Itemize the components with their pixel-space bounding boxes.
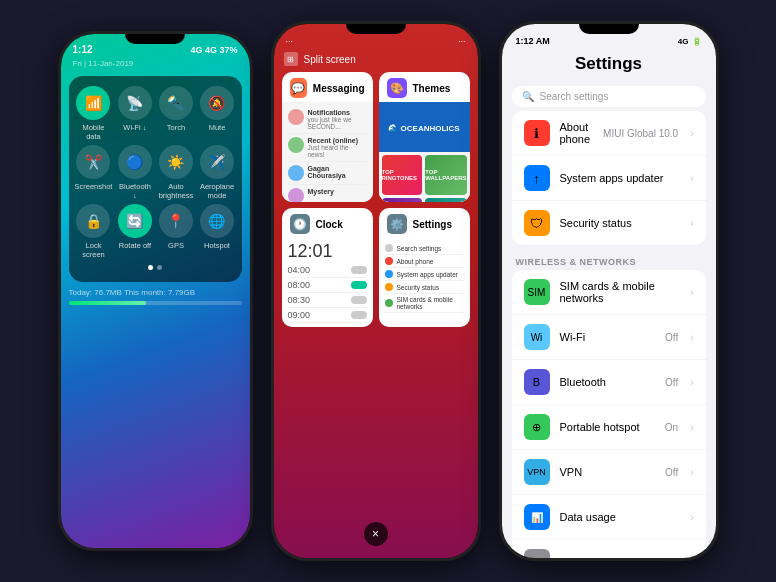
settings-item-data-usage[interactable]: 📊 Data usage ›: [512, 495, 706, 540]
tile-wifi[interactable]: 📡 Wi-Fi ↓: [116, 86, 153, 141]
chevron-wifi: ›: [690, 332, 693, 343]
phone-2: ··· ··· ⊞ Split screen 💬 Messaging: [271, 21, 481, 561]
settings-card-header: ⚙️ Settings: [379, 208, 470, 238]
chevron-about: ›: [690, 128, 693, 139]
theme-fonts: TOP FONTS: [382, 198, 423, 202]
msg-name-1: Notifications: [308, 109, 367, 116]
settings-item-security-status[interactable]: 🛡 Security status ›: [512, 201, 706, 245]
sim-icon: SIM: [524, 279, 550, 305]
aeroplane-label: Aeroplane mode: [198, 182, 235, 200]
sys-apps-icon: ↑: [524, 165, 550, 191]
settings-item-label-security: Security status: [397, 284, 440, 291]
search-icon: 🔍: [522, 91, 534, 102]
tile-bluetooth[interactable]: 🔵 Bluetooth ↓: [116, 145, 153, 200]
hotspot-settings-icon: ⊕: [524, 414, 550, 440]
settings-item-wifi[interactable]: Wi Wi-Fi Off ›: [512, 315, 706, 360]
tile-aeroplane[interactable]: ✈️ Aeroplane mode: [198, 145, 235, 200]
lockscreen-label: Lock screen: [75, 241, 113, 259]
sys-apps-label: System apps updater: [560, 172, 679, 184]
themes-card-header: 🎨 Themes: [379, 72, 470, 102]
clock-card-header: 🕐 Clock: [282, 208, 373, 238]
tile-mobile-data[interactable]: 📶 Mobile data: [75, 86, 113, 141]
alarm-time-3: 08:30: [288, 295, 311, 305]
settings-item-more[interactable]: ⋯ More ›: [512, 540, 706, 558]
rotate-label: Rotate off: [119, 241, 151, 250]
bluetooth-label: Bluetooth ↓: [116, 182, 153, 200]
wifi-label: Wi-Fi ↓: [123, 123, 146, 132]
msg-content-1: Notifications you just like we SECOND...: [308, 109, 367, 130]
phone1-usage-text: Today: 76.7MB This month: 7.79GB: [69, 288, 242, 297]
phone1-date: Fri | 11-Jan-2019: [61, 59, 250, 72]
close-split-button[interactable]: ×: [364, 522, 388, 546]
phone3-status-right: 4G 🔋: [678, 37, 702, 46]
settings-item-sys-apps[interactable]: ↑ System apps updater ›: [512, 156, 706, 201]
settings-item-vpn[interactable]: VPN VPN Off ›: [512, 450, 706, 495]
tile-brightness[interactable]: ☀️ Auto brightness: [157, 145, 194, 200]
settings-dot-about: [385, 257, 393, 265]
settings-item-portable-hotspot[interactable]: ⊕ Portable hotspot On ›: [512, 405, 706, 450]
msg-item-2: Recent (online) Just heard the news!: [288, 134, 367, 162]
messaging-card-header: 💬 Messaging: [282, 72, 373, 102]
settings-item-bluetooth[interactable]: B Bluetooth Off ›: [512, 360, 706, 405]
themes-card[interactable]: 🎨 Themes 🌊 OCEANHOLICS TOP RINGTONES TOP…: [379, 72, 470, 202]
messaging-card[interactable]: 💬 Messaging Notifications you just like …: [282, 72, 373, 202]
settings-item-security: Security status: [385, 281, 464, 294]
alarm-2: 08:00: [288, 278, 367, 293]
settings-item-about: About phone: [385, 255, 464, 268]
clock-card[interactable]: 🕐 Clock 12:01 04:00 08:00: [282, 208, 373, 327]
tile-screenshot[interactable]: ✂️ Screenshot: [75, 145, 113, 200]
phone2-top-row: 💬 Messaging Notifications you just like …: [282, 72, 470, 202]
messaging-app-icon: 💬: [290, 78, 307, 98]
phone2-top-cards: 💬 Messaging Notifications you just like …: [274, 72, 478, 327]
phone-3: 1:12 AM 4G 🔋 Settings 🔍 Search settings …: [499, 21, 719, 561]
phone1-screen: 1:12 4G 4G 37% Fri | 11-Jan-2019 📶 Mobil…: [61, 34, 250, 548]
phone2-screen: ··· ··· ⊞ Split screen 💬 Messaging: [274, 24, 478, 558]
phone1-status-right: 4G 4G 37%: [190, 45, 237, 55]
chevron-hotspot: ›: [690, 422, 693, 433]
tile-lockscreen[interactable]: 🔒 Lock screen: [75, 204, 113, 259]
settings-item-about-phone[interactable]: ℹ About phone MIUI Global 10.0 ›: [512, 111, 706, 156]
msg-item-1: Notifications you just like we SECOND...: [288, 106, 367, 134]
settings-item-label-about: About phone: [397, 258, 434, 265]
search-placeholder: Search settings: [540, 91, 609, 102]
alarm-toggle-2: [351, 281, 367, 289]
security-label: Security status: [560, 217, 679, 229]
settings-item-sysapps: System apps updater: [385, 268, 464, 281]
sim-label: SIM cards & mobile networks: [560, 280, 679, 304]
phone1-quick-tiles: 📶 Mobile data 📡 Wi-Fi ↓ 🔦 Torch 🔕 Mute: [75, 86, 236, 259]
split-screen-icon: ⊞: [284, 52, 298, 66]
msg-name-2: Recent (online): [308, 137, 367, 144]
tile-rotate[interactable]: 🔄 Rotate off: [116, 204, 153, 259]
phone1-usage-fill: [69, 301, 147, 305]
themes-grid: TOP RINGTONES TOP WALLPAPERS TOP FONTS M…: [379, 152, 470, 202]
phone-1: 1:12 4G 4G 37% Fri | 11-Jan-2019 📶 Mobil…: [58, 31, 253, 551]
theme-extra: MORE: [425, 198, 466, 202]
clock-preview: 12:01 04:00 08:00 08:30: [282, 238, 373, 327]
settings-card[interactable]: ⚙️ Settings Search settings About phone: [379, 208, 470, 327]
bluetooth-settings-label: Bluetooth: [560, 376, 656, 388]
phone3-time: 1:12 AM: [516, 36, 550, 46]
msg-item-3: Gagan Chourasiya: [288, 162, 367, 185]
alarm-3: 08:30: [288, 293, 367, 308]
settings-search-bar[interactable]: 🔍 Search settings: [512, 86, 706, 107]
themes-label: Themes: [413, 83, 451, 94]
chevron-bluetooth: ›: [690, 377, 693, 388]
mute-label: Mute: [209, 123, 226, 132]
settings-item-sim-cards[interactable]: SIM SIM cards & mobile networks ›: [512, 270, 706, 315]
wifi-settings-icon: Wi: [524, 324, 550, 350]
settings-dot-sysapps: [385, 270, 393, 278]
battery-indicator: 🔋: [692, 37, 702, 46]
tile-torch[interactable]: 🔦 Torch: [157, 86, 194, 141]
hotspot-label: Hotspot: [204, 241, 230, 250]
alarm-time-2: 08:00: [288, 280, 311, 290]
phone2-notch: [346, 24, 406, 34]
tile-hotspot[interactable]: 🌐 Hotspot: [198, 204, 235, 259]
hotspot-settings-value: On: [665, 422, 678, 433]
tile-mute[interactable]: 🔕 Mute: [198, 86, 235, 141]
msg-content-3: Gagan Chourasiya: [308, 165, 367, 179]
section-wireless: WIRELESS & NETWORKS SIM SIM cards & mobi…: [502, 251, 716, 558]
tile-gps[interactable]: 📍 GPS: [157, 204, 194, 259]
settings-item-sim: SIM cards & mobile networks: [385, 294, 464, 313]
chevron-security: ›: [690, 218, 693, 229]
avatar-2: [288, 137, 304, 153]
